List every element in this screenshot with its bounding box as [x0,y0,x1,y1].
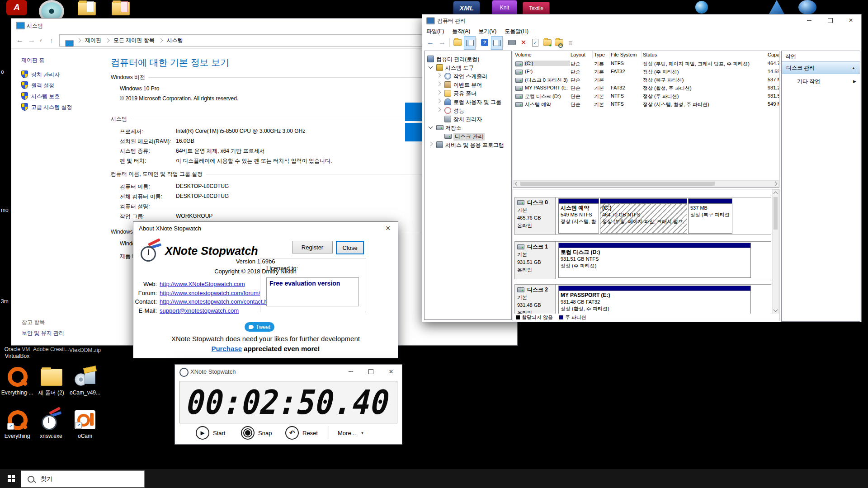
menu-action[interactable]: 동작(A) [448,26,474,37]
disk-info[interactable]: 디스크 1 기본 931.51 GB 온라인 [515,242,556,279]
stopwatch-titlebar[interactable]: XNote Stopwatch ✕ [175,365,402,378]
web-link[interactable]: http://www.XNoteStopwatch.com [160,281,245,287]
new-folder-button[interactable]: + [542,36,552,49]
desktop-icon-label[interactable]: Everything-... [0,389,37,396]
sidebar-item-system-protection[interactable]: 시스템 보호 [21,92,107,101]
ocam-installer-icon[interactable] [75,366,95,387]
volume-row[interactable]: 로컬 디스크 (D:) 단순 기본 NTFS 정상 (주 파티션) 931.5 [513,92,779,100]
partition-e[interactable]: MY PASSPORT (E:) 931.48 GB FAT32 정상 (활성,… [558,286,751,314]
history-dropdown-icon[interactable]: ∨ [38,32,44,48]
back-button[interactable]: ← [14,32,26,48]
breadcrumb-item[interactable]: 시스템 [165,37,185,44]
tree-item-storage[interactable]: 저장소 [426,123,509,131]
sidebar-item-advanced-settings[interactable]: 고급 시스템 설정 [21,103,107,112]
everything-shortcut-icon[interactable]: ↗ [7,409,28,430]
xnsw-stopwatch-icon[interactable] [41,409,61,430]
minimize-button[interactable] [799,14,820,26]
desktop-icon-label[interactable]: oCam_v49... [66,389,104,396]
help-button[interactable]: ? [479,36,490,49]
column-header[interactable]: Status [643,52,657,57]
email-link[interactable]: support@xnotestopwatch.com [160,307,239,314]
horizontal-scrollbar[interactable] [513,180,779,187]
cm-titlebar[interactable]: 컴퓨터 관리 ✕ [422,14,861,26]
breadcrumb-item[interactable]: 제어판 [83,37,103,44]
tree-item-services-applications[interactable]: 서비스 및 응용 프로그램 [426,141,509,149]
actions-item-more[interactable]: 기타 작업 ▶ [782,76,860,87]
breadcrumb-item[interactable]: 모든 제어판 항목 [112,37,156,44]
partition-recovery[interactable]: 537 MB 정상 (복구 파티션 [688,198,732,234]
volume-row[interactable]: (디스크 0 파티션 3) 단순 기본 정상 (복구 파티션) 537 M [513,76,779,84]
snap-button[interactable]: Snap [241,426,272,440]
collapse-chevron-icon[interactable]: ▲ [852,66,855,70]
sidebar-item-device-manager[interactable]: 장치 관리자 [21,70,107,79]
forum-link[interactable]: http://www.xnotestopwatch.com/forum/ [160,290,260,296]
menu-view[interactable]: 보기(V) [474,26,500,37]
maximize-button[interactable] [361,365,380,378]
actions-group-disk-management[interactable]: 디스크 관리 ▲ [782,61,860,74]
knit-icon[interactable]: Knit [492,0,517,16]
tree-item-system-tools[interactable]: 시스템 도구 [426,63,509,71]
tree-item-device-manager[interactable]: 장치 관리자 [426,115,509,123]
minimize-button[interactable] [341,365,360,378]
close-dialog-button[interactable]: Close [336,241,364,254]
forward-button[interactable]: → [26,32,38,48]
volume-list-header[interactable]: Volume Layout Type File System Status Ca… [513,51,779,59]
desktop-icon-label[interactable]: VtexDDM.zip [66,347,104,354]
tree-item-disk-management[interactable]: 디스크 관리 [426,132,509,140]
tree-item-performance[interactable]: 성능 [426,106,509,114]
properties-button[interactable]: ✓ [530,36,541,49]
globe-icon[interactable] [798,0,816,14]
close-button[interactable]: ✕ [840,14,861,26]
blue-swirl-icon[interactable] [695,1,708,14]
volume-row[interactable]: (F:) 단순 기본 FAT32 정상 (주 파티션) 14.55 [513,68,779,76]
maximize-button[interactable] [820,14,840,26]
show-console-tree-button[interactable] [464,36,476,50]
reset-button[interactable]: ↶ Reset [285,426,318,440]
desktop-icon-label[interactable]: oCam [66,433,104,440]
tree-item-task-scheduler[interactable]: 작업 스케줄러 [426,72,509,80]
partition-c-selected[interactable]: (C:) 464.70 GB NTFS 정상 (부팅, 페이지 파일, 크래시 … [600,198,687,234]
everything-installer-icon[interactable] [7,366,28,387]
menu-help[interactable]: 도움말(H) [500,26,533,37]
disk-info[interactable]: 디스크 2 기본 931.48 GB 온라인 [515,285,556,314]
partition-d[interactable]: 로컬 디스크 (D:) 931.51 GB NTFS 정상 (주 파티션) [558,243,751,278]
contact-link[interactable]: http://www.xnotestopwatch.com/contact.ht… [160,298,275,305]
purchase-link[interactable]: Purchase [211,345,242,352]
disk-info[interactable]: 디스크 0 기본 465.76 GB 온라인 [515,197,556,235]
folder-doc-icon[interactable] [78,2,96,15]
column-header[interactable]: Layout [571,52,585,57]
desktop-icon-label[interactable]: Oracle VM VirtualBox [0,346,37,360]
column-header[interactable]: File System [611,52,637,57]
breadcrumb[interactable]: 제어판 모든 제어판 항목 시스템 [59,34,425,47]
volume-row[interactable]: 시스템 예약 단순 기본 NTFS 정상 (시스템, 활성, 주 파티션) 54… [513,100,779,108]
tree-item-local-users-groups[interactable]: 로컬 사용자 및 그룹 [426,98,509,106]
column-header[interactable]: Volume [515,52,532,57]
vertical-scrollbar[interactable] [772,189,779,314]
start-button[interactable] [4,469,19,488]
register-button[interactable]: Register [292,241,333,253]
desktop-icon-label[interactable]: Adobe Creati... [32,346,71,353]
about-titlebar[interactable]: About XNote Stopwatch ✕ [133,222,398,235]
close-button[interactable]: ✕ [381,365,401,378]
blue-sail-icon[interactable] [767,0,787,14]
desktop-icon-label[interactable]: xnsw.exe [32,433,71,440]
column-header[interactable]: Type [594,52,605,57]
up-button[interactable]: ↑ [46,32,57,48]
delete-button[interactable]: ✕ [518,36,529,49]
folder-doc-icon[interactable] [112,2,130,15]
list-options-button[interactable]: ≡ [565,36,576,49]
device-icon[interactable] [506,36,517,49]
xml-icon[interactable]: XML [453,1,480,15]
desktop-icon-label[interactable]: Everything [0,433,37,440]
new-folder-icon[interactable] [41,369,62,386]
ocam-shortcut-icon[interactable]: ↗ [75,410,95,429]
show-action-pane-button[interactable] [491,36,503,50]
tree-item-computer-management[interactable]: 컴퓨터 관리(로컬) [426,55,509,63]
partition-system-reserved[interactable]: 시스템 예약 549 MB NTFS 정상 (시스템, 활 [558,198,599,234]
close-button[interactable]: ✕ [378,222,398,235]
column-header[interactable]: Capa [768,52,779,57]
start-button[interactable]: ▶ Start [196,426,225,440]
open-folder-icon[interactable] [452,36,463,49]
forward-button[interactable]: → [437,36,448,49]
volume-row[interactable]: MY PASSPORT (E:) 단순 기본 FAT32 정상 (활성, 주 파… [513,84,779,92]
